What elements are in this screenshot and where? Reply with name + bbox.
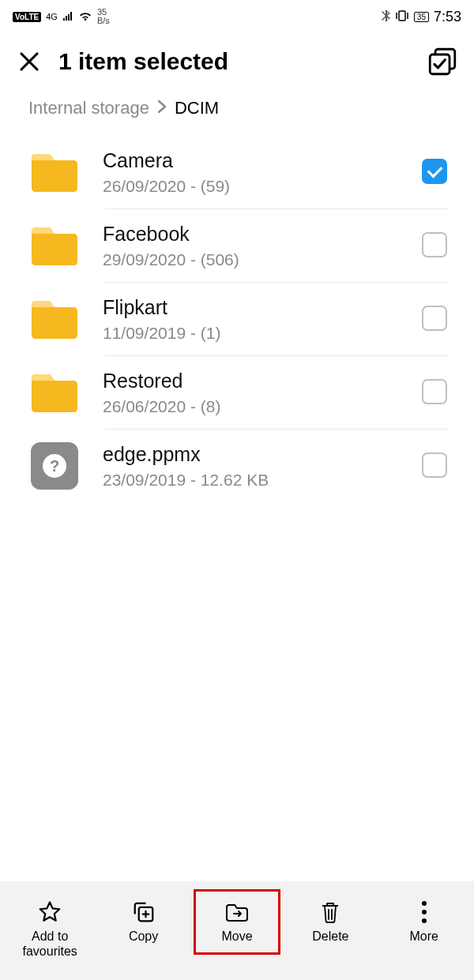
clock: 7:53 — [434, 9, 461, 25]
close-icon[interactable] — [17, 50, 41, 73]
checkbox[interactable] — [422, 452, 449, 479]
vibrate-icon — [395, 10, 409, 24]
list-item[interactable]: Camera 26/09/2020 - (59) — [0, 136, 474, 208]
item-name: Flipkart — [103, 296, 400, 319]
file-list: Camera 26/09/2020 - (59) Facebook 29/09/… — [0, 136, 474, 502]
breadcrumb: Internal storage DCIM — [0, 88, 474, 136]
select-all-icon[interactable] — [428, 47, 457, 76]
item-name: Camera — [103, 149, 400, 172]
page-title: 1 item selected — [58, 48, 411, 75]
wifi-icon — [78, 10, 92, 24]
item-name: edge.ppmx — [103, 443, 400, 466]
action-bar: Add to favourites Copy Move Delete More — [0, 881, 474, 980]
signal-icon — [62, 10, 73, 24]
selection-header: 1 item selected — [0, 33, 474, 88]
item-name: Facebook — [103, 223, 400, 246]
item-meta: 26/09/2020 - (59) — [103, 177, 400, 196]
action-label: Move — [221, 929, 252, 944]
item-meta: 26/06/2020 - (8) — [103, 397, 400, 416]
volte-badge: VoLTE — [13, 12, 41, 22]
copy-button[interactable]: Copy — [100, 889, 187, 954]
trash-icon — [318, 899, 343, 925]
folder-icon — [28, 369, 81, 416]
folder-icon — [28, 222, 81, 269]
battery-indicator: 35 — [414, 12, 429, 22]
list-item[interactable]: Restored 26/06/2020 - (8) — [0, 356, 474, 429]
item-meta: 11/09/2019 - (1) — [103, 324, 400, 343]
unknown-file-icon — [28, 442, 81, 490]
folder-icon — [28, 295, 81, 343]
action-label: More — [410, 929, 438, 944]
move-icon — [224, 899, 250, 925]
list-item[interactable]: edge.ppmx 23/09/2019 - 12.62 KB — [0, 430, 474, 502]
item-name: Restored — [103, 370, 400, 392]
folder-icon — [28, 148, 81, 196]
item-meta: 29/09/2020 - (506) — [103, 250, 400, 269]
status-bar: VoLTE 4G 35 B/s 35 7:53 — [0, 0, 474, 33]
star-icon — [37, 899, 62, 925]
item-meta: 23/09/2019 - 12.62 KB — [103, 471, 400, 490]
breadcrumb-parent[interactable]: Internal storage — [28, 98, 149, 118]
action-label: Add to favourites — [15, 929, 85, 959]
svg-rect-0 — [399, 11, 405, 21]
bluetooth-icon — [382, 9, 390, 24]
copy-icon — [131, 899, 156, 925]
more-button[interactable]: More — [381, 889, 468, 954]
checkbox[interactable] — [422, 306, 449, 332]
checkbox[interactable] — [422, 379, 449, 406]
checkbox[interactable] — [422, 232, 449, 259]
list-item[interactable]: Flipkart 11/09/2019 - (1) — [0, 283, 474, 355]
chevron-right-icon — [157, 98, 167, 118]
list-item[interactable]: Facebook 29/09/2020 - (506) — [0, 209, 474, 282]
move-button[interactable]: Move — [194, 889, 280, 954]
action-label: Copy — [129, 929, 158, 944]
action-label: Delete — [312, 929, 348, 944]
add-to-favourites-button[interactable]: Add to favourites — [6, 889, 93, 969]
delete-button[interactable]: Delete — [287, 889, 374, 954]
data-rate: 35 B/s — [97, 8, 110, 25]
checkbox[interactable] — [422, 159, 449, 186]
breadcrumb-current: DCIM — [175, 98, 219, 118]
more-icon — [412, 899, 437, 925]
network-indicator: 4G — [46, 12, 58, 21]
